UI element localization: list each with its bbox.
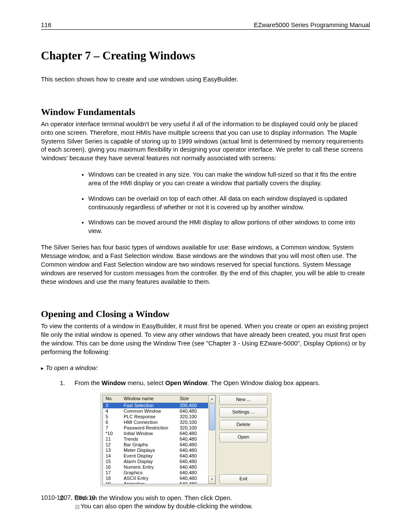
table-row[interactable]: 14Event Display640,480	[103, 453, 208, 459]
table-row[interactable]: 7Password Restriction320,100	[103, 425, 208, 431]
settings-button[interactable]: Settings ...	[219, 408, 268, 417]
list-item: Windows can be overlaid on top of each o…	[88, 195, 370, 212]
step-text: menu, select	[126, 380, 165, 386]
list-item: Windows can be created in any size. You …	[88, 171, 370, 188]
table-row[interactable]: 4Common Window640,480	[103, 408, 208, 414]
table-row[interactable]: 3Fast Selection200,450	[103, 403, 208, 408]
table-row[interactable]: 18ASCII Entry640,480	[103, 476, 208, 481]
doc-title: EZware5000 Series Programming Manual	[254, 22, 370, 28]
procedure-heading: To open a window:	[41, 364, 370, 371]
scroll-down-icon[interactable]: ▼	[209, 476, 215, 484]
table-row[interactable]: 13Meter Displays640,480	[103, 448, 208, 453]
intro-paragraph: This section shows how to create and use…	[41, 75, 370, 84]
table-row[interactable]: 11Trends640,480	[103, 436, 208, 442]
col-header-size: Size	[180, 395, 208, 402]
table-row[interactable]: 19Animation640,480	[103, 481, 208, 484]
table-row[interactable]: 17Graphics640,480	[103, 470, 208, 476]
table-row[interactable]: *10Initial Window640,480	[103, 431, 208, 436]
scroll-up-icon[interactable]: ▲	[209, 395, 215, 403]
section-heading-fundamentals: Window Fundamentals	[41, 106, 370, 118]
list-body[interactable]: 3Fast Selection200,4504Common Window640,…	[103, 403, 208, 484]
dialog-button-panel: New ... Settings ... Delete Open Exit	[216, 393, 271, 486]
fundamentals-para2: The Silver Series has four basic types o…	[41, 243, 370, 286]
step-1: From the Window menu, select Open Window…	[67, 379, 370, 486]
table-row[interactable]: 5PLC Response320,100	[103, 414, 208, 420]
page-header: 116 EZware5000 Series Programming Manual	[41, 22, 370, 30]
section-heading-opening: Opening and Closing a Window	[41, 308, 370, 320]
fundamentals-bullet-list: Windows can be created in any size. You …	[41, 171, 370, 236]
step-text: From the	[75, 380, 102, 386]
footer-revision: 1010-1007, Rev. 10	[41, 494, 95, 501]
page-number: 116	[41, 22, 51, 28]
procedure-steps: From the Window menu, select Open Window…	[41, 379, 370, 511]
step-note: You can also open the window by double-c…	[81, 503, 253, 510]
window-listbox[interactable]: No. Window name Size 3Fast Selection200,…	[103, 395, 216, 484]
table-row[interactable]: 15Alarm Display640,480	[103, 459, 208, 464]
note-icon: ▤	[75, 503, 80, 510]
open-window-dialog: No. Window name Size 3Fast Selection200,…	[100, 393, 271, 486]
step-bold: Window	[102, 380, 126, 386]
table-row[interactable]: 6HMI Connection320,100	[103, 420, 208, 425]
scroll-track[interactable]	[209, 403, 215, 476]
step-text: . The Open Window dialog box appears.	[207, 380, 320, 386]
open-button[interactable]: Open	[219, 432, 268, 442]
step-2: Click on the Window you wish to open. Th…	[67, 494, 370, 511]
table-row[interactable]: 16Numeric Entry640,480	[103, 464, 208, 470]
list-item: Windows can be moved around the HMI disp…	[88, 218, 370, 236]
col-header-no: No.	[103, 395, 124, 402]
scrollbar[interactable]: ▲ ▼	[208, 395, 215, 484]
new-button[interactable]: New ...	[219, 395, 268, 405]
col-header-name: Window name	[124, 395, 180, 402]
step-text: Click on the Window you wish to open. Th…	[75, 495, 232, 501]
list-header: No. Window name Size	[103, 395, 208, 403]
chapter-title: Chapter 7 – Creating Windows	[41, 49, 370, 62]
step-bold: Open Window	[165, 380, 207, 386]
opening-para1: To view the contents of a window in Easy…	[41, 322, 370, 356]
delete-button[interactable]: Delete	[219, 420, 268, 430]
exit-button[interactable]: Exit	[219, 474, 268, 484]
table-row[interactable]: 12Bar Graphs640,480	[103, 442, 208, 448]
fundamentals-para1: An operator interface terminal wouldn't …	[41, 120, 370, 163]
scroll-thumb[interactable]	[209, 404, 215, 430]
